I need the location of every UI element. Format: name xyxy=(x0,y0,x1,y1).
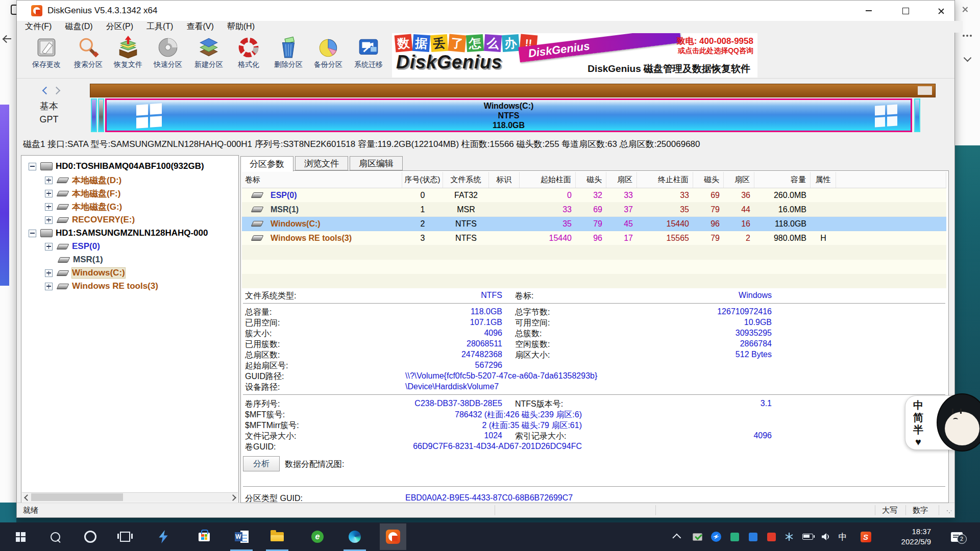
expand-icon[interactable] xyxy=(45,283,53,290)
taskbar-search-button[interactable] xyxy=(43,522,67,551)
tab-browse-files[interactable]: 浏览文件 xyxy=(295,156,348,170)
tree-item-d[interactable]: 本地磁盘(D:) xyxy=(45,173,121,187)
taskbar-clock[interactable]: 18:37 2022/5/9 xyxy=(880,522,931,551)
back-arrow-icon[interactable] xyxy=(4,35,11,42)
partition-windows-c[interactable]: Windows(C:) NTFS 118.0GB xyxy=(105,98,912,132)
status-num: 数字 xyxy=(913,506,928,515)
minimize-button[interactable] xyxy=(854,1,884,21)
scroll-left-icon[interactable] xyxy=(22,493,31,502)
taskbar-app-thunder[interactable] xyxy=(151,522,176,551)
tree-item-msr[interactable]: MSR(1) xyxy=(54,253,103,266)
partition-esp[interactable] xyxy=(91,98,97,132)
menu-tools[interactable]: 工具(T) xyxy=(146,21,173,32)
tree-item-f[interactable]: 本地磁盘(F:) xyxy=(45,187,120,200)
task-view-button[interactable] xyxy=(113,522,137,551)
disk-icon xyxy=(40,229,53,237)
toolbar-label: 搜索分区 xyxy=(68,60,108,69)
detail-row: 2 (柱面:35 磁头:79 扇区:61)$MFTMirr簇号: xyxy=(243,420,947,431)
disk-graph-zone: 基本 GPT Windows(C:) NTFS 118.0GB xyxy=(17,79,954,136)
new-partition-button[interactable]: 新建分区 xyxy=(189,36,229,77)
system-migrate-icon xyxy=(357,36,380,59)
expand-icon[interactable] xyxy=(45,190,53,197)
recover-files-icon xyxy=(116,36,140,59)
expand-icon[interactable] xyxy=(45,243,53,251)
search-partition-button[interactable]: 搜索分区 xyxy=(68,36,108,77)
menu-help[interactable]: 帮助(H) xyxy=(227,21,255,32)
quick-partition-button[interactable]: 快速分区 xyxy=(148,36,188,77)
backup-partition-button[interactable]: 备份分区 xyxy=(308,36,348,77)
expand-icon[interactable] xyxy=(45,177,53,184)
ime-float-widget[interactable]: 中 简 半 ♥ xyxy=(905,393,980,451)
collapse-icon[interactable] xyxy=(29,230,36,237)
more-dots-icon[interactable] xyxy=(963,35,965,37)
notification-center-button[interactable]: 2 xyxy=(942,522,971,551)
menu-view[interactable]: 查看(V) xyxy=(186,21,213,32)
edge-button[interactable] xyxy=(342,522,367,551)
menu-partition[interactable]: 分区(P) xyxy=(106,21,133,32)
background-close-icon[interactable] xyxy=(962,6,968,13)
table-row-windows-c[interactable]: Windows(C:) 2 NTFS 35 79 45 15440 96 16 … xyxy=(242,217,946,231)
table-row-esp[interactable]: ESP(0) 0 FAT32 0 32 33 33 69 36 260.0MB xyxy=(242,188,946,203)
ad-qq-link[interactable]: 或点击此处选择QQ咨询 xyxy=(678,46,753,56)
sogou-input-button[interactable]: S xyxy=(854,522,877,551)
task-view-icon xyxy=(120,532,130,542)
close-button[interactable] xyxy=(926,1,955,21)
format-button[interactable]: 格式化 xyxy=(229,36,268,77)
microsoft-store-button[interactable] xyxy=(192,522,216,551)
status-ready: 就绪 xyxy=(23,506,38,515)
next-disk-icon[interactable] xyxy=(53,87,61,95)
expand-icon[interactable] xyxy=(45,203,53,211)
heart-icon: ♥ xyxy=(912,436,925,448)
delete-partition-button[interactable]: 删除分区 xyxy=(268,36,308,77)
tree-item-windows-re[interactable]: Windows RE tools(3) xyxy=(45,280,158,293)
expand-icon[interactable] xyxy=(45,269,53,277)
toolbar-label: 保存更改 xyxy=(27,60,66,69)
save-changes-button[interactable]: 保存更改 xyxy=(27,36,66,77)
expand-icon[interactable] xyxy=(45,216,53,224)
word-button[interactable]: W xyxy=(229,522,254,551)
tree-item-hd0[interactable]: HD0:TOSHIBAMQ04ABF100(932GB) xyxy=(29,160,204,173)
collapse-icon[interactable] xyxy=(29,163,36,170)
diskgenius-taskbar-button[interactable] xyxy=(380,523,406,550)
speaker-icon xyxy=(822,533,829,540)
toolbar-label: 删除分区 xyxy=(268,60,308,69)
tab-partition-params[interactable]: 分区参数 xyxy=(240,156,293,171)
scroll-right-icon[interactable] xyxy=(229,493,238,502)
ad-diskgenius-logo: DiskGenius xyxy=(396,52,502,73)
cortana-button[interactable] xyxy=(78,522,103,551)
maximize-button[interactable] xyxy=(891,1,920,21)
detail-row: 247482368总扇区数: 512 Bytes扇区大小: xyxy=(243,350,947,361)
file-explorer-button[interactable] xyxy=(265,522,289,551)
start-button[interactable] xyxy=(8,522,33,551)
scrollbar-thumb[interactable] xyxy=(31,493,123,501)
tree-hscrollbar[interactable] xyxy=(22,492,238,502)
tree-item-esp[interactable]: ESP(0) xyxy=(45,240,100,253)
tree-item-g[interactable]: 本地磁盘(G:) xyxy=(45,200,122,213)
tree-item-hd1[interactable]: HD1:SAMSUNGMZNLN128HAHQ-000 xyxy=(29,227,208,240)
taskbar: W e 中 S 18:37 2022/5/9 xyxy=(0,522,980,551)
tree-item-recovery[interactable]: RECOVERY(E:) xyxy=(45,213,135,227)
tree-item-windows-c[interactable]: Windows(C:) xyxy=(45,266,125,280)
system-migrate-button[interactable]: 系统迁移 xyxy=(349,36,388,77)
table-row-msr[interactable]: MSR(1) 1 MSR 33 69 37 35 79 44 16.0MB xyxy=(242,203,946,217)
ad-banner[interactable]: 数 据 丢 了 怎 么 办 !! DiskGenius DiskGenius 致… xyxy=(392,33,757,78)
browser-e-icon: e xyxy=(311,531,324,543)
menu-disk[interactable]: 磁盘(D) xyxy=(65,21,92,32)
resize-grip[interactable] xyxy=(946,510,951,515)
ime-indicator[interactable]: 中 xyxy=(832,522,853,551)
ad-phone: 致电: 400-008-9958 xyxy=(677,35,753,47)
menubar: 文件(F) 磁盘(D) 分区(P) 工具(T) 查看(V) 帮助(H) xyxy=(17,21,963,33)
prev-disk-icon[interactable] xyxy=(42,87,51,95)
partition-msr[interactable] xyxy=(98,98,104,132)
toolbar: 保存更改 搜索分区 恢复文件 xyxy=(17,33,954,79)
table-row-windows-re[interactable]: Windows RE tools(3) 3 NTFS 15440 96 17 1… xyxy=(242,231,946,245)
analyze-button[interactable]: 分析 xyxy=(243,456,280,471)
tab-sector-edit[interactable]: 扇区编辑 xyxy=(350,156,403,170)
partition-windows-re[interactable] xyxy=(914,98,920,132)
volume-icon xyxy=(58,257,70,263)
diskgenius-logo-icon xyxy=(386,530,400,544)
menu-file[interactable]: 文件(F) xyxy=(25,21,52,32)
edge-icon xyxy=(349,531,361,543)
browser-360-button[interactable]: e xyxy=(305,522,330,551)
recover-files-button[interactable]: 恢复文件 xyxy=(108,36,148,77)
